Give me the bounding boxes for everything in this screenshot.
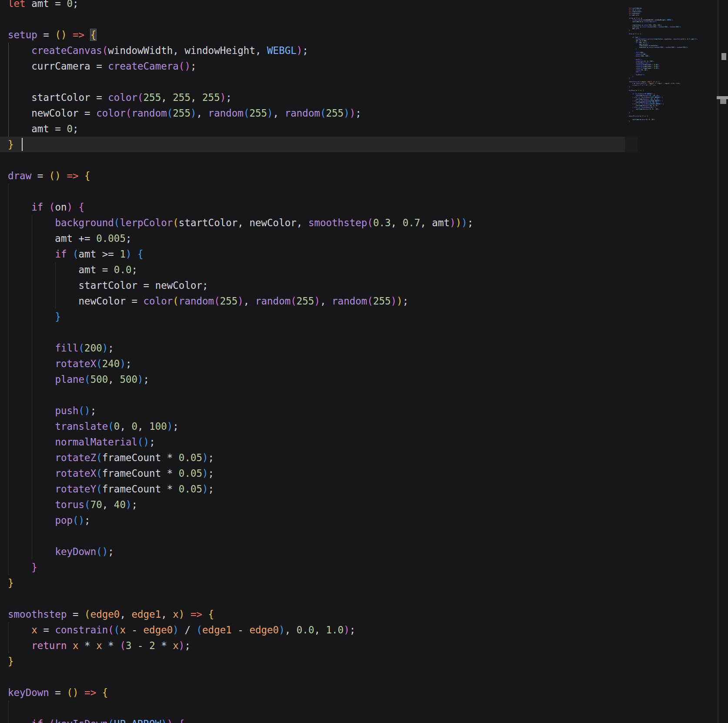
code-token: = (67, 609, 84, 620)
code-line[interactable]: newColor = color(random(255), random(255… (8, 105, 361, 121)
code-line[interactable]: return x * x * (3 - 2 * x); (8, 638, 190, 653)
code-token: { (648, 42, 649, 43)
code-token: 0.0 (297, 624, 314, 636)
code-line[interactable]: rotateY(frameCount * 0.05); (8, 481, 214, 497)
code-token: smoothstep (8, 609, 67, 620)
code-token: { (102, 687, 108, 698)
code-line[interactable]: amt += 0.005; (8, 231, 131, 246)
code-token: ; (658, 67, 659, 69)
code-token: ( (173, 217, 179, 228)
overview-ruler-mark (717, 96, 728, 99)
code-line[interactable]: background(lerpColor(startColor, newColo… (8, 215, 473, 231)
code-token: 40 (114, 499, 126, 510)
code-line[interactable]: createCanvas(windowWidth, windowHeight, … (8, 43, 308, 58)
code-token: = (37, 624, 55, 636)
code-token: } (8, 139, 14, 150)
code-line[interactable]: x = constrain((x - edge0) / (edge1 - edg… (8, 622, 355, 638)
code-token: let (8, 0, 26, 9)
code-line[interactable]: setup = () => { (8, 27, 96, 43)
code-token: ; (149, 436, 155, 448)
indent-guide (32, 231, 32, 246)
scrollbar-overview-ruler[interactable] (718, 0, 728, 723)
code-line[interactable]: amt = 0; (8, 121, 79, 137)
code-line[interactable]: pop(); (8, 512, 90, 528)
code-token: * (102, 640, 120, 651)
code-token: plane (636, 56, 640, 57)
code-line[interactable]: rotateZ(frameCount * 0.05); (8, 450, 214, 465)
code-line[interactable]: startColor = color(255, 255, 255); (8, 90, 232, 105)
code-line[interactable]: if (keyIsDown(UP_ARROW)) { (8, 716, 184, 723)
indent-guide (8, 215, 9, 231)
code-token: } (629, 112, 630, 114)
code-token: x (173, 609, 179, 620)
code-line[interactable]: if (on) { (8, 199, 84, 215)
code-token (79, 170, 85, 181)
code-token: ; (208, 483, 214, 495)
code-line[interactable]: rotateX(240); (8, 356, 131, 372)
code-token (202, 609, 208, 620)
code-token: , (137, 421, 149, 432)
code-token (629, 56, 636, 57)
indent-guide (8, 121, 9, 137)
code-line[interactable]: keyDown(); (8, 544, 114, 559)
code-line[interactable]: startColor = newColor; (8, 278, 208, 293)
code-token: () (79, 405, 90, 416)
code-line[interactable]: torus(70, 40); (8, 497, 137, 512)
code-token: ) (220, 92, 226, 103)
code-token: frameCount * (102, 468, 179, 479)
code-line[interactable]: keyDown = () => { (8, 685, 108, 700)
code-token: currCamera. (629, 119, 642, 120)
indent-guide (8, 90, 9, 105)
code-token: , (285, 624, 297, 636)
minimap[interactable]: let currCamera;let on = true;let startCo… (625, 0, 718, 723)
code-line[interactable]: } (8, 559, 37, 575)
code-token: , amt (690, 38, 694, 40)
code-line[interactable]: } (8, 575, 14, 591)
code-token: } (629, 30, 630, 31)
code-token (84, 29, 90, 40)
code-line[interactable]: draw = () => { (8, 168, 90, 184)
code-token: ; (658, 109, 659, 110)
code-token: ; (653, 61, 654, 62)
code-line[interactable]: push(); (8, 403, 96, 418)
code-line[interactable]: plane(500, 500); (8, 372, 149, 387)
code-token: x (120, 624, 126, 636)
code-token: ) (279, 624, 285, 636)
code-line[interactable]: smoothstep = (edge0, edge1, x) => { (8, 606, 214, 622)
code-token: } (636, 49, 637, 50)
code-token: { (663, 104, 664, 105)
code-line[interactable]: let amt = 0; (8, 0, 79, 11)
code-token: { (208, 609, 214, 620)
indent-guide (55, 262, 56, 278)
code-token: ; (144, 374, 150, 385)
indent-guide (8, 622, 9, 638)
indent-guide (32, 481, 32, 497)
code-line[interactable]: newColor = color(random(255), random(255… (8, 293, 408, 309)
editor-pane[interactable]: let amt = 0;setup = () => { createCanvas… (0, 0, 728, 723)
code-token: amt = (8, 264, 114, 275)
code-token: ; (644, 74, 645, 76)
code-line[interactable]: normalMaterial(); (8, 434, 155, 450)
code-token: ( (367, 295, 373, 307)
code-line[interactable]: amt = 0.0; (8, 262, 137, 278)
overview-ruler-mark (721, 53, 726, 60)
code-token: , amt (420, 217, 450, 228)
code-token: random (208, 107, 244, 119)
code-line[interactable]: translate(0, 0, 100); (8, 418, 179, 434)
code-line[interactable]: } (8, 653, 14, 669)
code-line[interactable]: rotateX(frameCount * 0.05); (8, 465, 214, 481)
code-token: edge1 (202, 624, 232, 636)
code-line[interactable]: currCamera = createCamera(); (8, 58, 197, 74)
code-token: lerpColor (120, 217, 173, 228)
indent-guide (8, 450, 9, 465)
code-token: ) (179, 609, 185, 620)
code-token: if (31, 718, 43, 723)
code-line[interactable]: } (8, 137, 14, 152)
indent-guide (8, 418, 9, 434)
indent-guide (55, 278, 56, 293)
code-line[interactable]: } (8, 309, 61, 325)
code-line[interactable]: fill(200); (8, 340, 114, 356)
indent-guide (32, 497, 32, 512)
code-line[interactable]: if (amt >= 1) { (8, 246, 144, 262)
code-token: WEBGL (267, 45, 297, 56)
